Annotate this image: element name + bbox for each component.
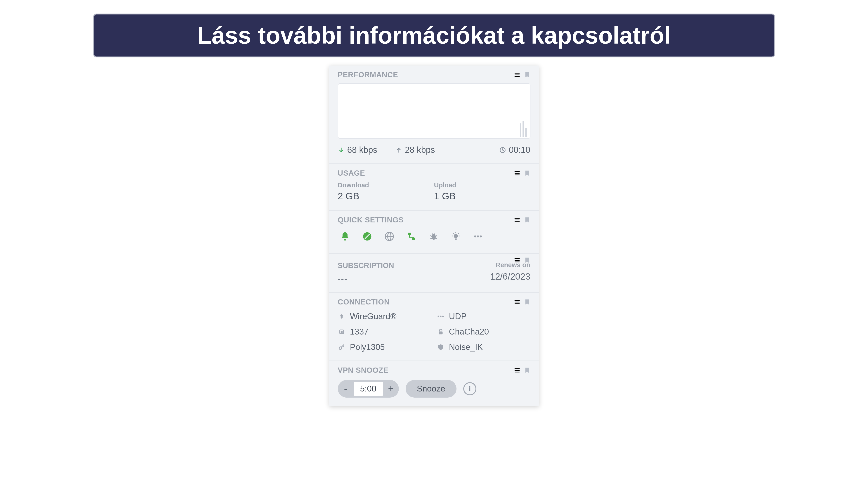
connection-handshake-value: Noise_IK <box>449 343 483 352</box>
subscription-plan-value: --- <box>338 274 394 284</box>
connection-section: CONNECTION WireGuard® UDP 1337 <box>329 292 539 360</box>
pin-icon[interactable] <box>524 367 530 373</box>
upload-speed-stat: 28 kbps <box>396 145 435 155</box>
connection-protocol-value: WireGuard® <box>350 312 397 321</box>
duration-value: 00:10 <box>509 145 530 155</box>
pin-icon[interactable] <box>524 170 530 176</box>
usage-download-label: Download <box>338 182 434 189</box>
theme-toggle-icon[interactable] <box>451 231 461 242</box>
connection-handshake: Noise_IK <box>437 343 530 352</box>
snooze-button[interactable]: Snooze <box>406 380 457 398</box>
usage-upload-label: Upload <box>434 182 530 189</box>
connection-port: 1337 <box>338 327 431 336</box>
pin-icon[interactable] <box>524 217 530 223</box>
drag-handle-icon[interactable] <box>514 217 521 223</box>
snooze-section: VPN SNOOZE - 5:00 + Snooze i <box>329 360 539 406</box>
usage-upload: Upload 1 GB <box>434 182 530 202</box>
drag-handle-icon[interactable] <box>514 170 521 176</box>
pin-icon[interactable] <box>524 299 530 305</box>
handshake-icon <box>437 343 444 351</box>
quick-settings-section: QUICK SETTINGS <box>329 210 539 253</box>
subscription-title: SUBSCRIPTION <box>338 261 394 270</box>
lock-icon <box>437 328 444 336</box>
snooze-title: VPN SNOOZE <box>338 366 389 375</box>
snooze-time-value[interactable]: 5:00 <box>353 382 383 396</box>
snooze-info-button[interactable]: i <box>463 382 476 395</box>
drag-handle-icon[interactable] <box>514 71 521 78</box>
duration-stat: 00:10 <box>499 145 530 155</box>
pin-icon[interactable] <box>524 71 530 78</box>
connection-auth-value: Poly1305 <box>350 343 385 352</box>
clock-icon <box>499 147 506 154</box>
vpn-connection-panel: PERFORMANCE 68 kbps <box>329 66 539 406</box>
performance-graph <box>338 83 530 139</box>
connection-cipher-value: ChaCha20 <box>449 327 489 336</box>
snooze-decrement-button[interactable]: - <box>338 380 353 398</box>
usage-title: USAGE <box>338 169 365 177</box>
snooze-time-stepper: - 5:00 + <box>338 380 399 398</box>
snooze-increment-button[interactable]: + <box>383 380 399 398</box>
connection-auth: Poly1305 <box>338 343 431 352</box>
chip-icon <box>338 328 345 336</box>
instruction-banner: Láss további információkat a kapcsolatró… <box>93 13 775 57</box>
subscription-section: SUBSCRIPTION --- Renews on 12/6/2023 <box>329 253 539 292</box>
debug-toggle-icon[interactable] <box>428 231 439 242</box>
lan-toggle-icon[interactable] <box>406 231 417 242</box>
quick-settings-title: QUICK SETTINGS <box>338 216 404 224</box>
drag-handle-icon[interactable] <box>514 299 521 305</box>
performance-section: PERFORMANCE 68 kbps <box>329 66 539 163</box>
connection-title: CONNECTION <box>338 298 390 306</box>
info-icon: i <box>469 385 471 393</box>
connection-transport: UDP <box>437 312 530 321</box>
key-icon <box>338 343 345 351</box>
connection-transport-value: UDP <box>449 312 467 321</box>
instruction-text: Láss további információkat a kapcsolatró… <box>197 22 671 48</box>
connection-port-value: 1337 <box>350 327 369 336</box>
download-speed-stat: 68 kbps <box>338 145 377 155</box>
plug-icon <box>338 313 345 320</box>
performance-title: PERFORMANCE <box>338 70 398 79</box>
usage-upload-value: 1 GB <box>434 191 530 202</box>
network-globe-toggle-icon[interactable] <box>384 231 395 242</box>
pin-icon[interactable] <box>524 257 530 264</box>
subscription-renews-date: 12/6/2023 <box>490 271 530 282</box>
usage-download: Download 2 GB <box>338 182 434 202</box>
download-arrow-icon <box>338 147 345 154</box>
usage-download-value: 2 GB <box>338 191 434 202</box>
notifications-toggle-icon[interactable] <box>340 231 350 242</box>
drag-handle-icon[interactable] <box>514 257 521 264</box>
upload-speed-value: 28 kbps <box>405 145 435 155</box>
connection-cipher: ChaCha20 <box>437 327 530 336</box>
more-quick-settings-icon[interactable] <box>472 231 484 242</box>
download-speed-value: 68 kbps <box>347 145 377 155</box>
drag-handle-icon[interactable] <box>514 367 521 373</box>
connection-protocol: WireGuard® <box>338 312 431 321</box>
usage-section: USAGE Download 2 GB Upload 1 GB <box>329 163 539 210</box>
transport-icon <box>437 313 444 320</box>
upload-arrow-icon <box>396 147 402 154</box>
content-blocker-toggle-icon[interactable] <box>362 231 373 242</box>
